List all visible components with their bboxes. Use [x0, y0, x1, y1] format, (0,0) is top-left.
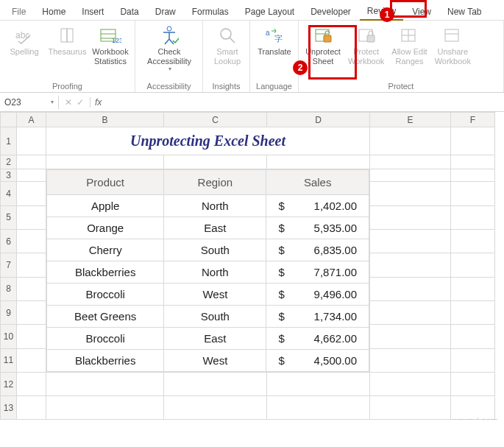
- row-header[interactable]: 5: [1, 205, 17, 229]
- col-header[interactable]: F: [451, 113, 495, 127]
- unshare-workbook-button[interactable]: UnshareWorkbook: [433, 24, 473, 67]
- svg-rect-14: [324, 35, 331, 42]
- cell-sales[interactable]: $9,496.00: [266, 284, 369, 306]
- tab-draw[interactable]: Draw: [148, 4, 183, 20]
- group-insights: SmartLookup Insights: [203, 21, 250, 92]
- cell-product[interactable]: Blackberries: [47, 261, 164, 284]
- table-row[interactable]: BlackberriesWest$4,500.00: [47, 350, 369, 372]
- group-protect: UnprotectSheet ProtectWorkbook Allow Edi…: [299, 21, 504, 92]
- col-header[interactable]: D: [267, 113, 370, 127]
- svg-rect-2: [67, 29, 73, 42]
- table-row[interactable]: Beet GreensSouth$1,734.00: [47, 306, 369, 328]
- col-header[interactable]: B: [46, 113, 164, 127]
- cell-region[interactable]: North: [164, 261, 266, 284]
- table-row[interactable]: AppleNorth$1,402.00: [47, 195, 369, 217]
- unprotect-sheet-icon: [311, 25, 335, 46]
- workbook-statistics-button[interactable]: 123 WorkbookStatistics: [90, 24, 130, 67]
- chevron-down-icon[interactable]: ▾: [51, 99, 54, 105]
- row-header[interactable]: 3: [1, 169, 17, 182]
- worksheet[interactable]: A B C D E F 1 Unprotecting Excel Sheet 2…: [0, 112, 504, 420]
- translate-icon: a字: [263, 25, 286, 46]
- row-header[interactable]: 2: [1, 155, 17, 169]
- cell-region[interactable]: North: [164, 195, 266, 217]
- col-header[interactable]: C: [164, 113, 267, 127]
- badge-two: 2: [293, 60, 308, 75]
- svg-rect-16: [367, 35, 375, 42]
- tab-data[interactable]: Data: [113, 4, 146, 20]
- tab-view[interactable]: View: [405, 4, 439, 20]
- cell-sales[interactable]: $6,835.00: [266, 239, 369, 261]
- col-header[interactable]: E: [370, 113, 451, 127]
- group-proofing: abc Spelling Thesaurus 123 WorkbookStati…: [0, 21, 135, 92]
- row-header[interactable]: 12: [1, 373, 17, 396]
- check-accessibility-button[interactable]: CheckAccessibility ▾: [140, 24, 199, 74]
- cell-sales[interactable]: $4,662.00: [266, 328, 369, 350]
- translate-button[interactable]: a字 Translate: [255, 24, 294, 58]
- select-all-corner[interactable]: [1, 113, 17, 127]
- table-row[interactable]: OrangeEast$5,935.00: [47, 217, 369, 239]
- cell-product[interactable]: Orange: [47, 217, 164, 239]
- cell-region[interactable]: South: [164, 239, 266, 261]
- cell-region[interactable]: West: [164, 350, 266, 372]
- thesaurus-button[interactable]: Thesaurus: [47, 24, 88, 58]
- tab-new-tab[interactable]: New Tab: [440, 4, 489, 20]
- spelling-button[interactable]: abc Spelling: [4, 24, 44, 58]
- svg-line-9: [230, 38, 235, 43]
- table-row[interactable]: BlackberriesNorth$7,871.00: [47, 261, 369, 284]
- col-header[interactable]: A: [17, 113, 46, 127]
- row-header[interactable]: 11: [1, 348, 17, 372]
- row-header[interactable]: 13: [1, 396, 17, 420]
- table-row[interactable]: CherrySouth$6,835.00: [47, 239, 369, 261]
- formula-bar: O23 ▾ ✕ ✓ fx: [0, 93, 504, 112]
- allow-edit-ranges-button[interactable]: Allow EditRanges: [389, 24, 429, 67]
- row-header[interactable]: 9: [1, 300, 17, 324]
- cell-sales[interactable]: $5,935.00: [266, 217, 369, 239]
- protect-workbook-button[interactable]: ProtectWorkbook: [346, 24, 386, 67]
- ribbon: abc Spelling Thesaurus 123 WorkbookStati…: [0, 21, 504, 93]
- row-header[interactable]: 7: [1, 253, 17, 277]
- cell-product[interactable]: Blackberries: [47, 350, 164, 372]
- unprotect-sheet-button[interactable]: UnprotectSheet: [303, 24, 343, 67]
- cell-sales[interactable]: $4,500.00: [266, 350, 369, 372]
- row-header[interactable]: 6: [1, 229, 17, 253]
- group-label-language: Language: [255, 80, 294, 91]
- cell-region[interactable]: East: [164, 217, 266, 239]
- cell-product[interactable]: Broccoli: [47, 284, 164, 306]
- tab-insert[interactable]: Insert: [74, 4, 111, 20]
- col-product: Product: [47, 170, 164, 195]
- tab-page-layout[interactable]: Page Layout: [238, 4, 302, 20]
- table-row[interactable]: BroccoliWest$9,496.00: [47, 284, 369, 306]
- row-header[interactable]: 10: [1, 325, 17, 348]
- row-header[interactable]: 1: [1, 127, 17, 155]
- tab-formulas[interactable]: Formulas: [185, 4, 236, 20]
- group-label-insights: Insights: [207, 80, 245, 91]
- cell-region[interactable]: East: [164, 328, 266, 350]
- cell-product[interactable]: Apple: [47, 195, 164, 217]
- cell-product[interactable]: Cherry: [47, 239, 164, 261]
- badge-one: 1: [380, 7, 394, 22]
- table-row[interactable]: BroccoliEast$4,662.00: [47, 328, 369, 350]
- smart-lookup-button[interactable]: SmartLookup: [207, 24, 247, 67]
- svg-text:abc: abc: [15, 30, 29, 41]
- menu-tabs: File Home Insert Data Draw Formulas Page…: [0, 0, 504, 21]
- cell-sales[interactable]: $1,402.00: [266, 195, 369, 217]
- svg-point-8: [221, 29, 231, 39]
- data-table: Product Region Sales AppleNorth$1,402.00…: [46, 169, 369, 372]
- cell-sales[interactable]: $7,871.00: [266, 261, 369, 284]
- tab-home[interactable]: Home: [35, 4, 73, 20]
- cell-product[interactable]: Broccoli: [47, 328, 164, 350]
- spelling-icon: abc: [13, 25, 36, 46]
- tab-developer[interactable]: Developer: [303, 4, 358, 20]
- row-header[interactable]: 8: [1, 277, 17, 300]
- name-box[interactable]: O23 ▾: [0, 96, 59, 109]
- tab-file[interactable]: File: [4, 4, 33, 20]
- group-label-protect: Protect: [303, 80, 499, 91]
- fx-label[interactable]: fx: [90, 97, 106, 108]
- cell-sales[interactable]: $1,734.00: [266, 306, 369, 328]
- cell-region[interactable]: South: [164, 306, 266, 328]
- cell-product[interactable]: Beet Greens: [47, 306, 164, 328]
- svg-rect-1: [61, 29, 67, 42]
- cell-region[interactable]: West: [164, 284, 266, 306]
- group-label-accessibility: Accessibility: [140, 80, 198, 91]
- row-header[interactable]: 4: [1, 182, 17, 205]
